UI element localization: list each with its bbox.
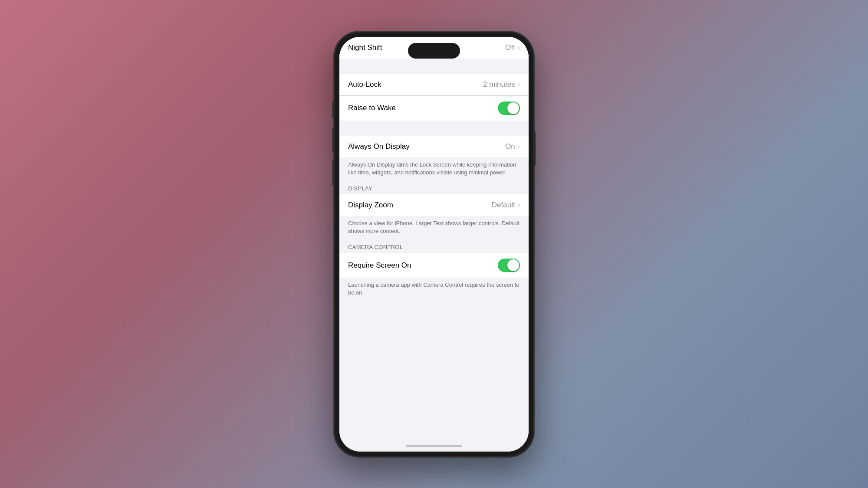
display-zoom-chevron: › — [518, 201, 520, 209]
display-section-label: DISPLAY — [339, 182, 529, 194]
raise-to-wake-row: Raise to Wake — [339, 95, 529, 121]
require-screen-on-row: Require Screen On — [339, 253, 529, 278]
display-zoom-row[interactable]: Display Zoom Default › — [339, 194, 529, 216]
raise-to-wake-knob — [507, 102, 519, 114]
display-zoom-description: Choose a view for iPhone. Larger Text sh… — [339, 216, 529, 240]
phone-screen: Night Shift Off › Auto-Lock 2 minutes › — [339, 37, 529, 452]
night-shift-chevron: › — [518, 44, 520, 52]
auto-lock-label: Auto-Lock — [348, 80, 483, 89]
home-indicator — [406, 445, 462, 447]
always-on-description: Always On Display dims the Lock Screen w… — [339, 157, 529, 182]
auto-lock-chevron: › — [518, 81, 520, 88]
settings-list: Night Shift Off › Auto-Lock 2 minutes › — [339, 37, 529, 320]
require-screen-on-toggle[interactable] — [498, 259, 520, 272]
spacer-2 — [339, 121, 529, 136]
always-on-display-value: On — [505, 142, 515, 151]
require-screen-on-label: Require Screen On — [348, 261, 498, 270]
dynamic-island — [408, 43, 460, 59]
phone-frame: Night Shift Off › Auto-Lock 2 minutes › — [334, 32, 534, 457]
volume-up-button[interactable] — [332, 127, 334, 153]
night-shift-value: Off — [505, 43, 515, 52]
display-zoom-value: Default — [492, 201, 515, 210]
always-on-display-label: Always On Display — [348, 142, 505, 151]
camera-control-section-label: CAMERA CONTROL — [339, 240, 529, 253]
require-screen-on-description: Launching a camera app with Camera Contr… — [339, 278, 529, 302]
power-button[interactable] — [534, 131, 536, 166]
require-screen-card: Require Screen On — [339, 253, 529, 278]
require-screen-on-knob — [507, 259, 519, 271]
raise-to-wake-toggle[interactable] — [498, 102, 520, 115]
screen-content: Night Shift Off › Auto-Lock 2 minutes › — [339, 37, 529, 452]
always-on-display-chevron: › — [518, 143, 520, 151]
scroll-area[interactable]: Night Shift Off › Auto-Lock 2 minutes › — [339, 37, 529, 452]
raise-to-wake-label: Raise to Wake — [348, 104, 498, 112]
auto-lock-row[interactable]: Auto-Lock 2 minutes › — [339, 74, 529, 95]
always-on-display-row[interactable]: Always On Display On › — [339, 136, 529, 157]
lock-card: Auto-Lock 2 minutes › Raise to Wake — [339, 74, 529, 121]
display-zoom-card: Display Zoom Default › — [339, 194, 529, 216]
display-zoom-label: Display Zoom — [348, 201, 492, 210]
auto-lock-value: 2 minutes — [483, 80, 515, 89]
volume-down-button[interactable] — [332, 160, 334, 186]
always-on-card: Always On Display On › — [339, 136, 529, 157]
spacer-1 — [339, 59, 529, 74]
